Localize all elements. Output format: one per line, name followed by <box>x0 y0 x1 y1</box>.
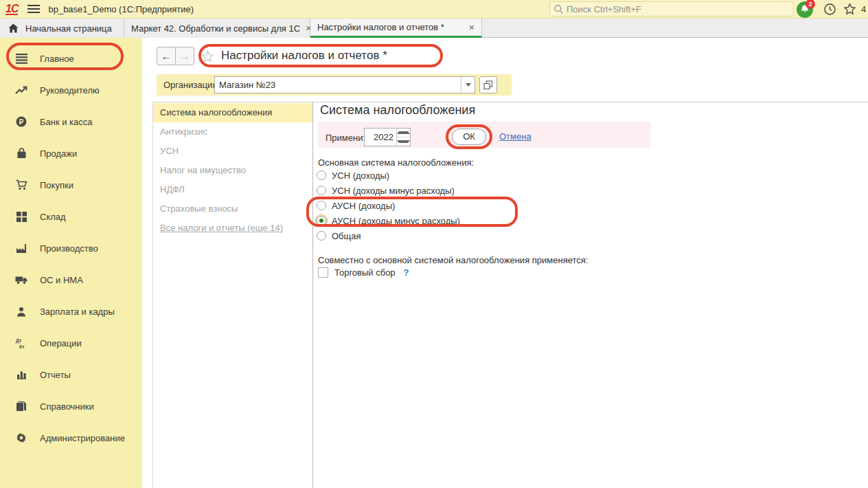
sidebar-item-administrirovanie[interactable]: Администрирование <box>0 422 142 454</box>
sidebar-item-pokupki[interactable]: Покупки <box>0 169 142 201</box>
trade-fee-checkbox[interactable] <box>318 267 328 278</box>
sidebar-item-operatsii[interactable]: ДтКт Операции <box>0 327 142 359</box>
tab-label: Начальная страница <box>25 23 112 34</box>
tab-market[interactable]: Маркет 42. Обработки и сервисы для 1С × <box>124 19 310 38</box>
sidebar-item-rukovoditelyu[interactable]: Руководителю <box>0 74 142 106</box>
radio-selected-icon[interactable] <box>317 216 326 225</box>
nav-item-antikrizis[interactable]: Антикризис <box>153 122 312 142</box>
history-icon[interactable] <box>823 3 836 16</box>
sidebar-item-label: Склад <box>40 212 66 222</box>
search-input[interactable] <box>567 4 773 14</box>
favorite-star-icon[interactable] <box>201 50 214 63</box>
sidebar-item-otchety[interactable]: Отчеты <box>0 359 142 390</box>
app-window: 1С bp_base1_Demo (1С:Предприятие) 2 4 На… <box>0 0 868 488</box>
sidebar-item-label: Администрирование <box>40 433 125 443</box>
topbar: 1С bp_base1_Demo (1С:Предприятие) 2 4 <box>0 0 868 19</box>
radio-icon[interactable] <box>317 231 326 241</box>
sidebar-item-spravochniki[interactable]: Справочники <box>0 390 142 422</box>
sidebar-item-glavnoe[interactable]: Главное <box>0 43 142 74</box>
sidebar-item-os-i-nma[interactable]: ОС и НМА <box>0 264 142 296</box>
radio-label: АУСН (доходы минус расходы) <box>332 216 460 226</box>
sidebar-item-label: Производство <box>40 243 98 254</box>
sidebar-item-label: Операции <box>40 338 82 348</box>
radio-label: УСН (доходы) <box>332 170 389 181</box>
topbar-clipped-text: 4 <box>861 4 866 14</box>
forward-button[interactable]: → <box>175 47 194 65</box>
close-icon[interactable]: × <box>469 22 475 33</box>
organization-label: Организация: <box>163 80 220 90</box>
radio-icon[interactable] <box>317 186 326 195</box>
radio-label: АУСН (доходы) <box>332 201 395 211</box>
radio-obshchaya[interactable]: Общая <box>317 228 460 243</box>
truck-icon <box>14 274 29 286</box>
search-icon <box>553 4 564 14</box>
nav-item-ndfl[interactable]: НДФЛ <box>153 180 312 199</box>
menu-icon <box>14 52 29 65</box>
sidebar-item-prodazhi[interactable]: Продажи <box>0 137 142 169</box>
organization-input[interactable] <box>215 77 461 93</box>
radio-icon[interactable] <box>317 201 326 210</box>
radio-usn-dokhody-minus-raskhody[interactable]: УСН (доходы минус расходы) <box>317 183 460 198</box>
radio-label: УСН (доходы минус расходы) <box>332 186 455 196</box>
tax-system-radio-group: УСН (доходы) УСН (доходы минус расходы) … <box>317 168 460 243</box>
sidebar-item-label: Банк и касса <box>40 117 93 127</box>
svg-text:Кт: Кт <box>19 344 25 349</box>
tab-tax-settings[interactable]: Настройки налогов и отчетов * × <box>310 19 482 38</box>
cancel-link[interactable]: Отмена <box>499 131 532 142</box>
sidebar-item-proizvodstvo[interactable]: Производство <box>0 232 142 264</box>
overlap-squares-icon <box>483 80 493 90</box>
global-search[interactable] <box>549 1 794 16</box>
radio-ausn-dokhody[interactable]: АУСН (доходы) <box>317 198 460 213</box>
home-icon <box>8 23 19 33</box>
apply-year-input[interactable] <box>365 129 396 146</box>
sidebar-item-label: Зарплата и кадры <box>40 307 115 317</box>
panel-divider <box>312 102 313 488</box>
radio-usn-dokhody[interactable]: УСН (доходы) <box>317 168 460 183</box>
favorites-star-icon[interactable] <box>843 3 856 16</box>
sidebar: Главное Руководителю P Банк и касса Прод… <box>0 38 142 488</box>
spin-up-icon[interactable] <box>397 129 410 137</box>
factory-icon <box>14 242 29 254</box>
ok-button[interactable]: ОК <box>452 129 486 145</box>
back-button[interactable]: ← <box>157 47 176 65</box>
nav-item-vse-nalogi-link[interactable]: Все налоги и отчеты (еще 14) <box>153 219 312 238</box>
settings-nav: Система налогообложения Антикризис УСН Н… <box>153 103 312 238</box>
open-organization-button[interactable] <box>479 76 497 93</box>
main-menu-icon[interactable] <box>27 5 40 13</box>
apply-year-spinner[interactable] <box>364 128 411 146</box>
nav-item-sistema-nalogooblozheniya[interactable]: Система налогообложения <box>153 103 312 122</box>
tab-label: Настройки налогов и отчетов * <box>317 22 444 32</box>
sidebar-item-zarplata-i-kadry[interactable]: Зарплата и кадры <box>0 296 142 327</box>
sidebar-item-bank-i-kassa[interactable]: P Банк и касса <box>0 106 142 137</box>
sidebar-item-label: Покупки <box>40 180 73 190</box>
organization-row: Организация: <box>157 74 512 96</box>
bar-chart-icon <box>14 368 29 381</box>
sidebar-item-label: Руководителю <box>40 85 100 96</box>
help-icon[interactable]: ? <box>404 267 409 278</box>
radio-label: Общая <box>332 231 361 241</box>
svg-text:P: P <box>19 118 24 126</box>
spin-down-icon[interactable] <box>397 137 410 146</box>
ruble-coin-icon: P <box>14 115 29 128</box>
radio-icon[interactable] <box>317 170 326 180</box>
form-heading: Система налогообложения <box>320 103 475 118</box>
gear-icon <box>14 432 29 444</box>
dropdown-arrow-icon[interactable] <box>461 77 475 93</box>
organization-combobox[interactable] <box>214 76 475 93</box>
page-title: Настройки налогов и отчетов * <box>221 49 387 63</box>
tab-home[interactable]: Начальная страница <box>0 19 124 38</box>
cart-icon <box>14 179 29 191</box>
spinner-buttons[interactable] <box>396 129 410 146</box>
joint-system-label: Совместно с основной системой налогообло… <box>318 255 588 265</box>
notifications-button[interactable]: 2 <box>797 1 814 18</box>
nav-item-nalog-na-imushchestvo[interactable]: Налог на имущество <box>153 161 312 180</box>
sidebar-item-sklad[interactable]: Склад <box>0 201 142 232</box>
books-icon <box>14 400 29 412</box>
radio-ausn-dokhody-minus-raskhody[interactable]: АУСН (доходы минус расходы) <box>317 213 460 228</box>
app-title: bp_base1_Demo (1С:Предприятие) <box>48 4 194 14</box>
bag-icon <box>14 147 29 159</box>
trade-fee-label: Торговый сбор <box>334 267 396 278</box>
person-icon <box>14 305 29 318</box>
nav-item-strakhovye-vznosy[interactable]: Страховые взносы <box>153 199 312 219</box>
nav-item-usn[interactable]: УСН <box>153 142 312 161</box>
